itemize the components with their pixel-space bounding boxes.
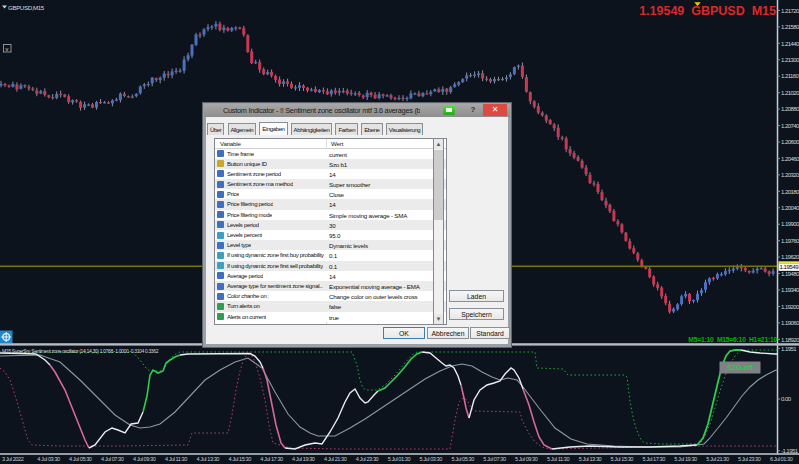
svg-text:1.19760: 1.19760 <box>781 238 799 244</box>
svg-text:4 Jul 09:30: 4 Jul 09:30 <box>133 456 156 462</box>
svg-text:5 Jul 17:30: 5 Jul 17:30 <box>642 456 665 462</box>
svg-text:5 Jul 21:30: 5 Jul 21:30 <box>706 456 729 462</box>
svg-text:1.21440: 1.21440 <box>781 41 799 47</box>
svg-text:SZO-off: SZO-off <box>727 364 753 371</box>
svg-text:5 Jul 09:30: 5 Jul 09:30 <box>515 456 538 462</box>
svg-text:1.19480: 1.19480 <box>781 271 799 277</box>
svg-text:4 Jul 13:30: 4 Jul 13:30 <box>197 456 220 462</box>
svg-text:1.1951: 1.1951 <box>781 346 797 352</box>
svg-text:1.20600: 1.20600 <box>781 139 799 145</box>
svg-text:1.19340: 1.19340 <box>781 287 799 293</box>
svg-text:5 Jul 13:30: 5 Jul 13:30 <box>579 456 602 462</box>
svg-text:4 Jul 19:30: 4 Jul 19:30 <box>292 456 315 462</box>
svg-text:4 Jul 23:30: 4 Jul 23:30 <box>356 456 379 462</box>
svg-text:4 Jul 07:30: 4 Jul 07:30 <box>101 456 124 462</box>
svg-text:1.20040: 1.20040 <box>781 205 799 211</box>
svg-text:1.19620: 1.19620 <box>781 254 799 260</box>
svg-text:5 Jul 07:30: 5 Jul 07:30 <box>483 456 506 462</box>
svg-text:-1.1951: -1.1951 <box>781 448 799 454</box>
svg-text:5 Jul 03:30: 5 Jul 03:30 <box>419 456 442 462</box>
svg-text:M5=1:10 M15=6:10 H1=21:10: M5=1:10 M15=6:10 H1=21:10 <box>688 336 777 343</box>
svg-text:GBPUSD,M15: GBPUSD,M15 <box>8 4 45 11</box>
svg-text:5 Jul 19:30: 5 Jul 19:30 <box>674 456 697 462</box>
svg-text:1.19060: 1.19060 <box>781 320 799 326</box>
svg-text:3 Jul 2022: 3 Jul 2022 <box>2 456 24 462</box>
svg-text:5 Jul 15:30: 5 Jul 15:30 <box>611 456 634 462</box>
svg-text:1.20320: 1.20320 <box>781 172 799 178</box>
svg-text:1.20460: 1.20460 <box>781 156 799 162</box>
svg-text:1.19200: 1.19200 <box>781 304 799 310</box>
svg-text:1.19900: 1.19900 <box>781 221 799 227</box>
svg-text:1.20740: 1.20740 <box>781 123 799 129</box>
svg-text:4 Jul 05:30: 4 Jul 05:30 <box>69 456 92 462</box>
svg-text:1.18920: 1.18920 <box>781 337 799 343</box>
svg-text:4 Jul 21:30: 4 Jul 21:30 <box>324 456 347 462</box>
svg-text:5 Jul 11:30: 5 Jul 11:30 <box>547 456 569 462</box>
svg-text:5 Jul 23:30: 5 Jul 23:30 <box>738 456 761 462</box>
svg-text:4 Jul 17:30: 4 Jul 17:30 <box>260 456 283 462</box>
svg-text:1.21580: 1.21580 <box>781 24 799 30</box>
svg-text:1.20880: 1.20880 <box>781 106 799 112</box>
svg-text:1.21300: 1.21300 <box>781 57 799 63</box>
svg-text:1.21720: 1.21720 <box>781 8 799 14</box>
svg-text:1.20180: 1.20180 <box>781 189 799 195</box>
svg-text:6 Jul 01:30: 6 Jul 01:30 <box>770 456 793 462</box>
svg-text:5 Jul 05:30: 5 Jul 05:30 <box>451 456 474 462</box>
svg-text:1.21160: 1.21160 <box>781 73 799 79</box>
svg-text:4 Jul 03:30: 4 Jul 03:30 <box>37 456 60 462</box>
svg-text:5 Jul 01:30: 5 Jul 01:30 <box>388 456 411 462</box>
svg-text:1.19549: 1.19549 <box>780 263 799 270</box>
svg-text:4 Jul 15:30: 4 Jul 15:30 <box>228 456 251 462</box>
svg-text:0.00: 0.00 <box>781 396 792 402</box>
svg-text:1.21020: 1.21020 <box>781 90 799 96</box>
svg-text:1.19549 GBPUSD M15: 1.19549 GBPUSD M15 <box>639 4 776 18</box>
svg-text:4 Jul 11:30: 4 Jul 11:30 <box>165 456 187 462</box>
svg-text:M15 SuperSm Sentiment zone osc: M15 SuperSm Sentiment zone oscillator (1… <box>2 348 159 354</box>
